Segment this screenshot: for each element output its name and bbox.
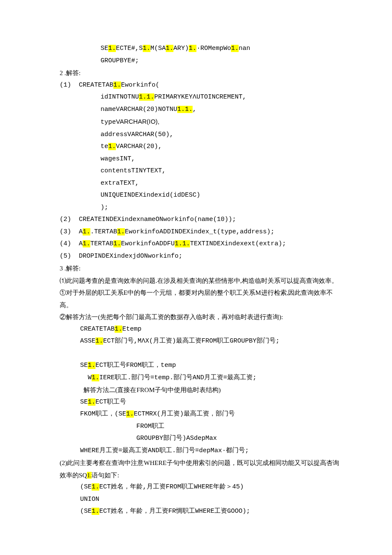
text-line: 2 .解答: bbox=[60, 67, 341, 79]
text-line: (2) CREATEINDEXindexnameONworkinfo(name(… bbox=[60, 214, 341, 226]
text-run: ECT姓名，年龄，月工资FR惆职工WHERE工资GOOO); bbox=[99, 508, 250, 515]
text-run: ①对于外层的职工关系E中的每一个元组，都要对内层的整个职工关系M进行检索,因此查… bbox=[60, 289, 333, 308]
text-run: 语句如下: bbox=[92, 472, 119, 479]
text-line: WHERE月工资=最高工资AND职工.部门号=depMax∙都门号; bbox=[60, 445, 341, 457]
text-run: ECT姓名，年龄,月工资FROM职工WHERE年龄＞45) bbox=[99, 483, 244, 491]
highlight-text: 1. bbox=[166, 45, 173, 52]
text-line bbox=[60, 348, 341, 360]
text-line: W1.IERE职工.部门号=temp.部门号AND月工资=最高工资; bbox=[60, 372, 341, 384]
text-line: idINTNOTNU1.1.PRIMARYKEYΛUTOINCREMENT, bbox=[60, 91, 341, 104]
text-run: VARCHAR(IO), bbox=[116, 118, 159, 125]
highlight-text: 1. bbox=[113, 240, 121, 247]
text-line: ⑴此问题考查的是查询效率的问题.在涉及相关查询的某些情形中,构造临时关系可以提高… bbox=[60, 275, 341, 287]
text-run: type bbox=[101, 119, 116, 126]
text-run: VARCHAR(20), bbox=[116, 143, 162, 150]
highlight-text: 1. bbox=[92, 374, 99, 381]
highlight-text: 1. bbox=[189, 45, 196, 52]
text-run: nan bbox=[239, 45, 250, 52]
highlight-text: 1.1. bbox=[175, 240, 190, 247]
text-line: (4) A1.TERTAB1.EworkinfoADDFU1.1.TEXTIND… bbox=[60, 238, 341, 250]
text-run: (SE bbox=[80, 508, 92, 515]
text-line: SE1.ECTE#,S1.M(SA1.ARY)1.∙ROMempWo1.nan bbox=[60, 43, 341, 55]
text-line: SE1.ECT职工号 bbox=[60, 396, 341, 409]
text-run: ); bbox=[101, 204, 108, 211]
text-run: te bbox=[101, 143, 108, 150]
highlight-text: 1. bbox=[83, 228, 90, 235]
text-line: FKOM职工，(SE1.ECTMRX(月工资)最高工资，部门号 bbox=[60, 408, 341, 421]
text-run: (SE bbox=[80, 483, 92, 491]
text-run: ARY) bbox=[173, 45, 189, 52]
text-line: (5) DROPINDEXindexjdONworkinfo; bbox=[60, 250, 341, 263]
text-line: CREATETAB1.Etemp bbox=[60, 323, 341, 336]
text-run: contentsTINYTEXT, bbox=[101, 167, 166, 174]
text-run: .TERTAB bbox=[90, 228, 117, 235]
text-run: SE bbox=[101, 45, 108, 52]
highlight-text: 1. bbox=[88, 398, 95, 406]
text-run: EworkinfoADDFU bbox=[121, 240, 175, 247]
text-run: ⑴此问题考查的是查询效率的问题.在涉及相关查询的某些情形中,构造临时关系可以提高… bbox=[60, 277, 338, 284]
text-line: 解答方法二(直接在FROM子句中使用临时表结构) bbox=[60, 384, 341, 396]
text-line: UNION bbox=[60, 494, 341, 506]
text-run: UNION bbox=[80, 496, 99, 503]
text-line: te1.VARCHAR(20), bbox=[60, 141, 341, 153]
text-run: M(SA bbox=[150, 45, 166, 52]
text-run: TEXTINDEXindexext(extra); bbox=[190, 240, 286, 247]
document-body: SE1.ECTE#,S1.M(SA1.ARY)1.∙ROMempWo1.nanG… bbox=[60, 43, 341, 518]
text-line: (3) A1..TERTAB1.EworkinfoADDINDEXindex_t… bbox=[60, 226, 341, 238]
text-run: (5) DROPINDEXindexjdONworkinfo; bbox=[60, 253, 182, 260]
text-run: ECTE#,S bbox=[116, 45, 143, 52]
text-run: IERE职工.部门号=temp.部门号AND月工资=最高工资; bbox=[99, 374, 257, 381]
text-run: UNIQUEINDEXindexid(idDESC) bbox=[101, 192, 200, 199]
text-run: GROUPBY部门号)ASdepMax bbox=[136, 435, 217, 442]
highlight-text: 1. bbox=[231, 45, 239, 52]
text-line: ②解答方法一(先把每个部门最高工资的数据存入临时表，再对临时表进行查询): bbox=[60, 311, 341, 323]
highlight-text: 1. bbox=[92, 508, 99, 515]
text-line: SE1.ECT职工号FROM职工，temp bbox=[60, 360, 341, 372]
text-run: ECT部门号,MΛX(月工资)最高工资FROM职工GROUPBY部门号; bbox=[103, 337, 280, 345]
highlight-text: 1. bbox=[83, 240, 90, 247]
text-run: FKOM职工，(SE bbox=[80, 410, 126, 418]
text-run: GROUPBYE#; bbox=[101, 57, 139, 64]
text-run: (1) CREATETAB bbox=[60, 81, 113, 89]
text-run: PRIMARYKEYΛUTOINCREMENT, bbox=[154, 93, 246, 101]
text-line: UNIQUEINDEXindexid(idDESC) bbox=[60, 189, 341, 202]
text-run: CREATETAB bbox=[80, 325, 115, 333]
text-run: SE bbox=[80, 362, 88, 369]
text-run: ②解答方法一(先把每个部门最高工资的数据存入临时表，再对临时表进行查询): bbox=[60, 314, 283, 320]
text-line: (SE1.ECT姓名，年龄,月工资FROM职工WHERE年龄＞45) bbox=[60, 481, 341, 494]
highlight-text: 1. bbox=[92, 483, 99, 491]
text-run: FROM职工 bbox=[136, 423, 164, 430]
text-run: Eworkinfo( bbox=[121, 81, 159, 89]
text-line: wagesINT, bbox=[60, 153, 341, 166]
highlight-text: 1. bbox=[143, 45, 150, 52]
highlight-text: 1. bbox=[126, 410, 134, 418]
text-run: ECT职工号FROM职工，temp bbox=[95, 362, 176, 369]
text-line: ); bbox=[60, 202, 341, 214]
text-run: ECTMRX(月工资)最高工资，部门号 bbox=[134, 410, 235, 418]
text-run: nameVARCHAR(20)NOTNU bbox=[101, 106, 177, 113]
text-run: (3) A bbox=[60, 228, 83, 235]
text-line: GROUPBY部门号)ASdepMax bbox=[60, 433, 341, 445]
text-run: extraTEXT, bbox=[101, 180, 139, 187]
text-run: idINTNOTNU bbox=[101, 93, 139, 101]
text-line: ASSE1.ECT部门号,MΛX(月工资)最高工资FROM职工GROUPBY部门… bbox=[60, 335, 341, 348]
text-line: extraTEXT, bbox=[60, 177, 341, 190]
text-run: Etemp bbox=[122, 325, 141, 333]
text-line: contentsTINYTEXT, bbox=[60, 165, 341, 177]
highlight-text: 1. bbox=[87, 472, 92, 479]
highlight-text: 1. bbox=[115, 325, 122, 333]
text-run: ∙ROMempWo bbox=[196, 45, 231, 52]
text-run: W bbox=[80, 374, 92, 381]
highlight-text: 1. bbox=[117, 228, 125, 235]
text-run: EworkinfoADDINDEXindex_t(type,address); bbox=[125, 228, 274, 235]
text-run: SE bbox=[80, 398, 88, 406]
text-line: (SE1.ECT姓名，年龄，月工资FR惆职工WHERE工资GOOO); bbox=[60, 506, 341, 518]
text-run: wagesINT, bbox=[101, 155, 135, 163]
text-run: (2) CREATEINDEXindexnameONworkinfo(name(… bbox=[60, 216, 236, 223]
text-line: (2)此问主要考察在查询中注意WHERE子句中使用索引的问题，既可以完成相同功能… bbox=[60, 457, 341, 481]
text-run: , bbox=[193, 106, 196, 113]
text-run bbox=[60, 350, 61, 357]
text-run: ASSE bbox=[80, 337, 95, 345]
highlight-text: 1.1. bbox=[139, 93, 154, 101]
text-run: TERTAB bbox=[90, 240, 113, 247]
